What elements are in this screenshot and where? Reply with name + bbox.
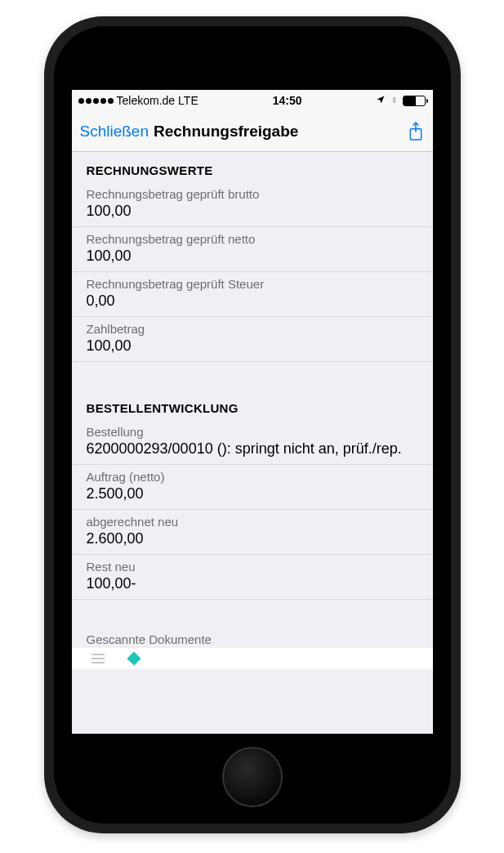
row-value: 100,00 <box>87 337 418 355</box>
row-rest: Rest neu 100,00- <box>72 555 433 600</box>
row-value: 100,00 <box>87 203 418 220</box>
network-label: LTE <box>178 94 198 107</box>
section-header-bestellentwicklung: BESTELLENTWICKLUNG <box>72 390 433 420</box>
list-icon[interactable] <box>91 654 105 663</box>
location-icon <box>376 95 386 106</box>
row-value: 100,00- <box>87 575 418 592</box>
home-button[interactable] <box>222 747 283 807</box>
row-label: Rechnungsbetrag geprüft Steuer <box>87 277 418 291</box>
page-title: Rechnungsfreigabe <box>154 123 402 141</box>
row-brutto: Rechnungsbetrag geprüft brutto 100,00 <box>72 182 433 227</box>
row-value: 0,00 <box>87 293 418 310</box>
row-label: Rest neu <box>87 560 418 574</box>
row-netto: Rechnungsbetrag geprüft netto 100,00 <box>72 227 433 272</box>
clock-label: 14:50 <box>273 94 302 107</box>
row-steuer: Rechnungsbetrag geprüft Steuer 0,00 <box>72 272 433 317</box>
share-button[interactable] <box>407 120 425 143</box>
row-label: Rechnungsbetrag geprüft brutto <box>87 187 418 201</box>
section-header-rechnungswerte: RECHNUNGSWERTE <box>72 152 433 182</box>
row-value: 2.600,00 <box>87 530 418 547</box>
diamond-icon[interactable] <box>127 652 140 666</box>
close-button[interactable]: Schließen <box>80 123 149 141</box>
screen: Telekom.de LTE 14:50 Schlie <box>72 90 433 734</box>
carrier-label: Telekom.de <box>117 94 176 107</box>
row-bestellung: Bestellung 6200000293/00010 (): springt … <box>72 420 433 465</box>
row-auftrag: Auftrag (netto) 2.500,00 <box>72 465 433 510</box>
status-bar: Telekom.de LTE 14:50 <box>72 90 433 111</box>
status-right <box>376 94 426 108</box>
bluetooth-icon <box>390 94 398 108</box>
row-value: 2.500,00 <box>87 485 418 502</box>
row-label: Bestellung <box>87 425 418 439</box>
row-abgerechnet: abgerechnet neu 2.600,00 <box>72 510 433 555</box>
signal-strength-icon <box>78 98 114 104</box>
row-label: Auftrag (netto) <box>87 470 418 484</box>
row-value: 6200000293/00010 (): springt nicht an, p… <box>87 440 418 458</box>
bottom-toolbar <box>72 648 433 669</box>
row-label: Rechnungsbetrag geprüft netto <box>87 232 418 246</box>
row-label: abgerechnet neu <box>87 515 418 529</box>
phone-frame: Telekom.de LTE 14:50 Schlie <box>44 16 461 833</box>
section-gap <box>72 600 433 627</box>
row-value: 100,00 <box>87 248 418 265</box>
row-zahlbetrag: Zahlbetrag 100,00 <box>72 317 433 362</box>
row-documents[interactable]: Gescannte Dokumente <box>72 627 433 648</box>
row-label: Zahlbetrag <box>87 322 418 336</box>
phone-inner: Telekom.de LTE 14:50 Schlie <box>54 26 451 824</box>
nav-bar: Schließen Rechnungsfreigabe <box>72 111 433 152</box>
content-scroll[interactable]: RECHNUNGSWERTE Rechnungsbetrag geprüft b… <box>72 152 433 734</box>
battery-icon <box>403 96 426 106</box>
status-left: Telekom.de LTE <box>78 94 198 107</box>
section-gap <box>72 362 433 390</box>
